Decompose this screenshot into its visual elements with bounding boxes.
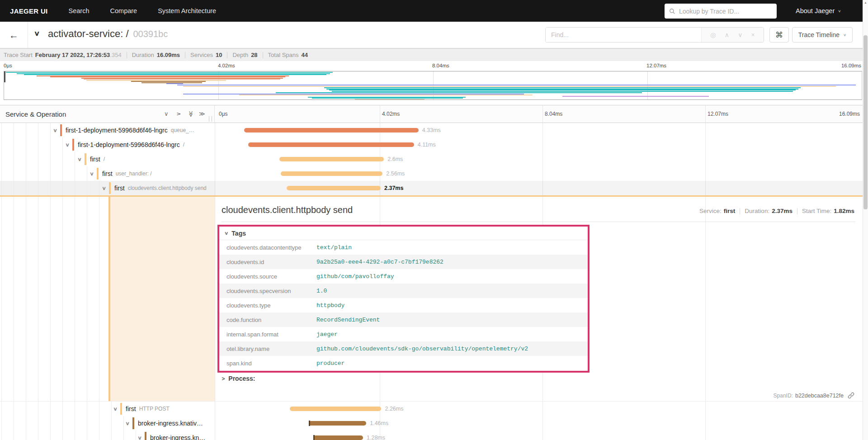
timeline-tick: 16.09ms [839, 111, 860, 117]
chevron-down-icon[interactable]: ∨ [137, 435, 142, 440]
deep-link-icon[interactable] [848, 392, 854, 399]
span-bar[interactable] [313, 435, 363, 440]
span-color-bar [60, 124, 62, 136]
service-value: first [724, 208, 736, 214]
span-row[interactable]: ∨ first-1-deployment-59968d6f46-lngrc qu… [0, 123, 868, 137]
scrollbar-thumb[interactable] [863, 35, 868, 209]
find-next-icon[interactable]: ∨ [738, 31, 742, 38]
service-operation-header: Service & Operation ∨ ∨ ≫ ≫ [0, 105, 215, 123]
back-arrow-icon: ← [9, 30, 19, 41]
span-bar[interactable] [309, 421, 366, 426]
trace-page-header: ← ∨ activator-service: /00391bc ◎ ∧ ∨ × … [0, 22, 868, 48]
span-bar[interactable] [281, 171, 382, 176]
chevron-down-icon[interactable]: ∨ [125, 421, 130, 426]
column-resize-handle[interactable] [209, 116, 212, 122]
span-timeline-cell[interactable]: 2.37ms [215, 181, 868, 195]
span-name-cell[interactable]: ∨ first user_handler: / [0, 166, 215, 181]
tags-accordion-header[interactable]: ∨ Tags [219, 227, 588, 240]
tag-row: code.functionRecordSendingEvent [219, 312, 588, 327]
span-row[interactable]: ∨ first / 2.6ms [0, 152, 868, 166]
trace-id-search-box[interactable]: Lookup by Trace ID... [665, 4, 777, 19]
timeline-gridline [705, 105, 706, 123]
span-row[interactable]: ∨ first cloudevents.client.httpbody send… [0, 181, 868, 195]
collapse-trace-chevron-icon[interactable]: ∨ [34, 29, 40, 38]
span-row[interactable]: ∨ broker-ingress.knativ… 1.46ms [0, 416, 868, 431]
indent-guides [0, 402, 113, 416]
chevron-down-icon[interactable]: ∨ [113, 406, 118, 412]
span-bar[interactable] [248, 142, 414, 147]
nav-link-search[interactable]: Search [69, 7, 90, 14]
minimap-span-bar [355, 99, 425, 100]
find-clear-icon[interactable]: × [751, 31, 755, 38]
span-timeline-cell[interactable]: 4.33ms [215, 123, 868, 137]
span-bar[interactable] [287, 186, 381, 190]
collapse-one-icon[interactable]: ∨ [164, 111, 169, 117]
expand-all-icon[interactable]: ≫ [199, 111, 205, 117]
indent-guides [0, 152, 78, 166]
find-match-case-icon[interactable]: ◎ [710, 31, 716, 38]
tag-row: span.kindproducer [219, 356, 588, 370]
scroll-up-arrow-icon[interactable]: ▲ [863, 1, 868, 4]
keyboard-shortcuts-button[interactable]: ⌘ [769, 27, 789, 43]
find-prev-icon[interactable]: ∧ [725, 31, 729, 38]
span-duration-label: 2.26ms [381, 406, 403, 412]
nav-link-compare[interactable]: Compare [110, 7, 137, 14]
chevron-down-icon[interactable]: ∨ [53, 128, 57, 133]
vertical-scrollbar[interactable]: ▲ [863, 0, 868, 440]
about-jaeger-menu[interactable]: About Jaeger ∨ [796, 0, 841, 22]
span-timeline-cell[interactable]: 2.6ms [215, 152, 868, 166]
span-duration-label: 1.46ms [366, 420, 388, 426]
nav-link-system-architecture[interactable]: System Architecture [158, 7, 216, 14]
span-name-cell[interactable]: ∨ first-1-deployment-59968d6f46-lngrc / [0, 137, 215, 152]
minimap-span-bar [239, 95, 533, 95]
services-stat: Services10 [190, 52, 222, 58]
trace-minimap[interactable] [4, 71, 862, 100]
collapse-all-icon[interactable]: ≫ [188, 111, 194, 117]
chevron-down-icon[interactable]: ∨ [65, 142, 70, 148]
span-row[interactable]: ∨ first HTTP POST 2.26ms [0, 402, 868, 416]
span-row[interactable]: ∨ first-1-deployment-59968d6f46-lngrc / … [0, 137, 868, 152]
span-name-cell[interactable]: ∨ first HTTP POST [0, 402, 215, 416]
divider [222, 222, 855, 222]
minimap-span-bar [562, 96, 709, 97]
span-name-cell[interactable]: ∨ broker-ingress.kn… [0, 431, 215, 440]
span-timeline-cell[interactable]: 2.26ms [215, 402, 868, 416]
span-name-cell[interactable]: ∨ first-1-deployment-59968d6f46-lngrc qu… [0, 123, 215, 137]
span-detail-meta: Service:first Duration:2.37ms Start Time… [699, 208, 854, 214]
span-timeline-cell[interactable]: 1.28ms [215, 431, 868, 440]
service-name: first [90, 156, 100, 163]
chevron-down-icon: ∨ [224, 231, 229, 236]
span-timeline-cell[interactable]: 4.11ms [215, 137, 868, 152]
span-bar[interactable] [279, 157, 384, 161]
process-accordion-header[interactable]: ∨ Process: [222, 375, 255, 382]
span-row[interactable]: ∨ first user_handler: / 2.56ms [0, 166, 868, 181]
span-self-time-tick [313, 435, 315, 440]
span-bar[interactable] [290, 407, 381, 411]
span-bar[interactable] [244, 128, 419, 132]
span-detail-row: cloudevents.client.httpbody send Service… [0, 197, 868, 402]
minimap-scrubber-handle[interactable] [4, 71, 5, 82]
expand-one-icon[interactable]: ∨ [175, 112, 182, 116]
back-button[interactable]: ← [0, 22, 28, 48]
trace-id-search-placeholder: Lookup by Trace ID... [679, 8, 739, 15]
span-color-bar [97, 168, 99, 180]
chevron-down-icon[interactable]: ∨ [102, 185, 106, 191]
service-name: first-1-deployment-59968d6f46-lngrc [78, 141, 180, 148]
find-input[interactable] [546, 28, 701, 42]
command-icon: ⌘ [775, 30, 783, 40]
span-duration-label: 2.56ms [382, 170, 405, 177]
span-name-cell[interactable]: ∨ first / [0, 152, 215, 166]
search-icon [669, 8, 675, 14]
chevron-down-icon[interactable]: ∨ [90, 171, 94, 177]
span-timeline-cell[interactable]: 1.46ms [215, 416, 868, 431]
trace-view-select[interactable]: Trace Timeline ∨ [792, 27, 853, 43]
chevron-down-icon[interactable]: ∨ [77, 156, 82, 162]
span-row[interactable]: ∨ broker-ingress.kn… 1.28ms [0, 431, 868, 440]
minimap-tick: 8.04ms [432, 63, 449, 68]
tag-row: internal.span.formatjaeger [219, 327, 588, 341]
span-name-cell[interactable]: ∨ first cloudevents.client.httpbody send [0, 181, 215, 195]
app-title[interactable]: JAEGER UI [10, 7, 48, 15]
timeline-tick: 4.02ms [382, 111, 400, 117]
span-name-cell[interactable]: ∨ broker-ingress.knativ… [0, 416, 215, 431]
span-timeline-cell[interactable]: 2.56ms [215, 166, 868, 181]
